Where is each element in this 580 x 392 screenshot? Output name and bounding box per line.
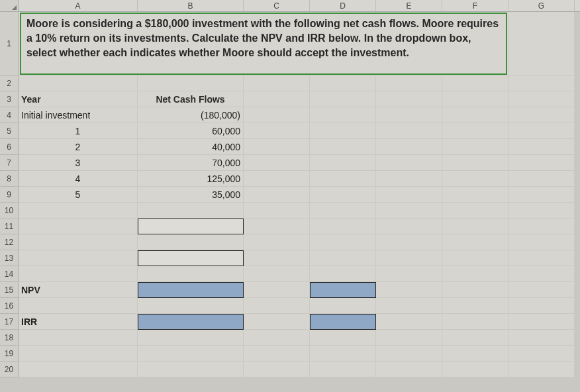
cell-F15[interactable] <box>442 282 508 298</box>
cell-G8[interactable] <box>508 171 575 187</box>
cell-A2[interactable] <box>19 75 138 91</box>
row-header-16[interactable]: 16 <box>0 298 19 314</box>
row-header-5[interactable]: 5 <box>0 123 19 139</box>
cell-C13[interactable] <box>244 250 310 266</box>
cell-F6[interactable] <box>442 139 508 155</box>
cell-A8[interactable]: 4 <box>19 171 138 187</box>
cell-A17[interactable]: IRR <box>19 314 138 330</box>
cell-E11[interactable] <box>376 219 442 234</box>
cell-D16[interactable] <box>310 298 376 314</box>
cell-A4[interactable]: Initial investment <box>19 107 138 123</box>
cell-B13[interactable] <box>138 250 244 266</box>
cell-A15[interactable]: NPV <box>19 282 138 298</box>
cell-A5[interactable]: 1 <box>19 123 138 139</box>
cell-B6[interactable]: 40,000 <box>138 139 244 155</box>
cell-B8[interactable]: 125,000 <box>138 171 244 187</box>
cell-G2[interactable] <box>508 75 575 91</box>
cell-A3[interactable]: Year <box>19 91 138 107</box>
cell-E20[interactable] <box>376 362 442 377</box>
cell-F7[interactable] <box>442 155 508 171</box>
cell-B10[interactable] <box>138 203 244 219</box>
cell-D9[interactable] <box>310 187 376 203</box>
cell-C2[interactable] <box>244 75 310 91</box>
row-header-3[interactable]: 3 <box>0 91 19 107</box>
cell-G13[interactable] <box>508 250 575 266</box>
cell-F4[interactable] <box>442 107 508 123</box>
cell-F10[interactable] <box>442 203 508 219</box>
cell-A12[interactable] <box>19 234 138 250</box>
cell-B12[interactable] <box>138 234 244 250</box>
cell-E6[interactable] <box>376 139 442 155</box>
cell-C16[interactable] <box>244 298 310 314</box>
row-header-2[interactable]: 2 <box>0 75 19 91</box>
cell-E10[interactable] <box>376 203 442 219</box>
col-header-E[interactable]: E <box>376 0 442 11</box>
cell-A9[interactable]: 5 <box>19 187 138 203</box>
cell-A10[interactable] <box>19 203 138 219</box>
cell-E4[interactable] <box>376 107 442 123</box>
cell-E9[interactable] <box>376 187 442 203</box>
cell-D8[interactable] <box>310 171 376 187</box>
cell-A6[interactable]: 2 <box>19 139 138 155</box>
cell-E5[interactable] <box>376 123 442 139</box>
cell-D17-irr-decision[interactable] <box>310 314 376 330</box>
cell-E18[interactable] <box>376 330 442 346</box>
cell-D6[interactable] <box>310 139 376 155</box>
cell-C20[interactable] <box>244 362 310 377</box>
cell-D7[interactable] <box>310 155 376 171</box>
cell-B7[interactable]: 70,000 <box>138 155 244 171</box>
cell-G10[interactable] <box>508 203 575 219</box>
row-header-10[interactable]: 10 <box>0 203 19 219</box>
cell-F19[interactable] <box>442 346 508 362</box>
cell-C10[interactable] <box>244 203 310 219</box>
cell-E7[interactable] <box>376 155 442 171</box>
cell-B16[interactable] <box>138 298 244 314</box>
cell-F18[interactable] <box>442 330 508 346</box>
cell-A19[interactable] <box>19 346 138 362</box>
cell-E17[interactable] <box>376 314 442 330</box>
cell-A20[interactable] <box>19 362 138 377</box>
cell-D11[interactable] <box>310 219 376 234</box>
row-header-19[interactable]: 19 <box>0 346 19 362</box>
cell-G9[interactable] <box>508 187 575 203</box>
select-all-corner[interactable] <box>0 0 19 11</box>
row-header-18[interactable]: 18 <box>0 330 19 346</box>
row-header-12[interactable]: 12 <box>0 234 19 250</box>
cell-G7[interactable] <box>508 155 575 171</box>
cell-C5[interactable] <box>244 123 310 139</box>
cell-F5[interactable] <box>442 123 508 139</box>
cell-B18[interactable] <box>138 330 244 346</box>
cell-F13[interactable] <box>442 250 508 266</box>
cell-A11[interactable] <box>19 219 138 234</box>
cell-E15[interactable] <box>376 282 442 298</box>
row-header-17[interactable]: 17 <box>0 314 19 330</box>
col-header-G[interactable]: G <box>508 0 575 11</box>
cell-C14[interactable] <box>244 266 310 282</box>
cell-C4[interactable] <box>244 107 310 123</box>
row-header-8[interactable]: 8 <box>0 171 19 187</box>
row-header-13[interactable]: 13 <box>0 250 19 266</box>
row-header-20[interactable]: 20 <box>0 362 19 377</box>
cell-G18[interactable] <box>508 330 575 346</box>
col-header-C[interactable]: C <box>244 0 310 11</box>
cell-E8[interactable] <box>376 171 442 187</box>
cell-C17[interactable] <box>244 314 310 330</box>
row-header-6[interactable]: 6 <box>0 139 19 155</box>
cell-F16[interactable] <box>442 298 508 314</box>
cell-F9[interactable] <box>442 187 508 203</box>
cell-C9[interactable] <box>244 187 310 203</box>
cell-D4[interactable] <box>310 107 376 123</box>
col-header-B[interactable]: B <box>138 0 244 11</box>
cell-F11[interactable] <box>442 219 508 234</box>
cell-G5[interactable] <box>508 123 575 139</box>
cell-D5[interactable] <box>310 123 376 139</box>
cell-C8[interactable] <box>244 171 310 187</box>
cell-C18[interactable] <box>244 330 310 346</box>
cell-B9[interactable]: 35,000 <box>138 187 244 203</box>
cell-E19[interactable] <box>376 346 442 362</box>
cell-E16[interactable] <box>376 298 442 314</box>
cell-D10[interactable] <box>310 203 376 219</box>
cell-C7[interactable] <box>244 155 310 171</box>
cell-D18[interactable] <box>310 330 376 346</box>
cell-A18[interactable] <box>19 330 138 346</box>
